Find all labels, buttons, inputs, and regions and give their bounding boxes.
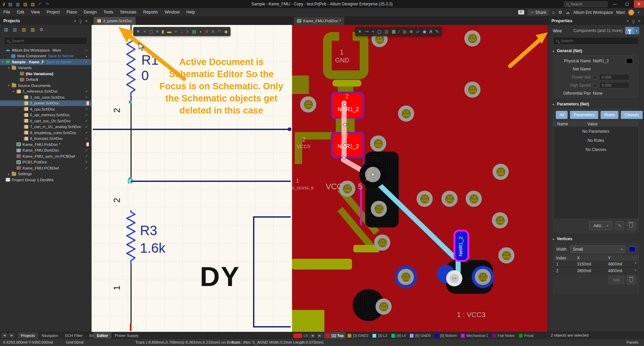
tree-row[interactable]: 9_licenses.SchDoc [0,136,91,142]
via[interactable]: 1-6 VCC5 [475,269,491,285]
tree-row[interactable]: Kame_FMU.PCBDwf [0,165,91,171]
open-icon[interactable]: ▨ [23,2,27,6]
tree-row[interactable]: New Component Save to Server [0,53,91,59]
add-parameter-button[interactable]: Add...▾ [589,221,613,230]
via[interactable]: 1-6 VCC5 [371,201,387,217]
schematic-canvas[interactable]: ▼+▢≡▮▬≈⊥⊦▤◖⊗A◠◆ R1 0 2 2 R3 1.6k 1 DY Ac… [92,25,292,332]
resistor-r3[interactable] [126,210,136,264]
tree-row[interactable]: ▾ Variants [0,65,91,71]
toolbar-icon[interactable]: ◉ [423,29,426,34]
menu-item[interactable]: Place [63,8,80,17]
r1-designator[interactable]: R1 [141,53,158,68]
close-button[interactable]: ✕ [634,0,644,8]
delete-icon-button[interactable] [627,221,636,230]
tree-row[interactable]: 7_can_rc_i2c_analog.SchDoc [0,124,91,130]
toolbar-icon[interactable]: ▮ [162,29,164,34]
toolbar-icon[interactable]: ✎ [435,29,439,34]
expand-arrow[interactable]: ▸ [8,172,12,176]
save-to-server-link[interactable]: Save to Server [46,60,72,64]
selected-track[interactable] [342,100,347,158]
section-parameters[interactable]: ▲ Parameters (Net) [552,102,644,106]
user-name[interactable]: Mani [616,10,625,15]
layer-tab[interactable]: [1] Top [324,332,346,339]
via[interactable]: 1-6 GND [300,96,316,113]
vertex-handle[interactable] [343,103,347,106]
r3-designator[interactable]: R3 [140,223,157,238]
tab-3-power-schdoc[interactable]: 3_power.SchDoc [94,17,136,25]
width-dropdown[interactable]: Small▾ [570,246,625,253]
toolbar-icon[interactable]: ▥ [13,27,17,32]
toolbar-icon[interactable]: ▥ [385,29,389,34]
panel-tab[interactable]: Projects [17,332,38,339]
tree-row[interactable]: Altium Ent Workspace Mani [0,47,91,53]
vertex-handle[interactable] [342,156,346,159]
expand-arrow[interactable]: ▾ [2,60,6,63]
menu-item[interactable]: Design [80,8,100,17]
pad-netr1-2-bottom[interactable]: NetR1_2 [454,230,469,262]
tree-row[interactable]: ▾ Source Documents [0,83,91,89]
layer-tab[interactable]: Privat [517,332,536,339]
chevron-down-icon[interactable]: ▾ [74,19,76,23]
via[interactable]: 1-6 GND [492,212,508,228]
tree-row[interactable]: 6_uart_esc_i2c.SchDoc [0,118,91,124]
tab-kame-fmu-pcbdoc[interactable]: Kame_FMU.PcbDoc * [294,17,344,25]
toolbar-icon[interactable]: ◎ [402,29,406,34]
share-button[interactable]: ↗ Share [528,9,549,15]
menu-item[interactable]: Edit [13,8,28,17]
wire[interactable] [131,264,132,323]
close-icon[interactable]: ✕ [85,19,88,23]
expand-arrow[interactable]: ▾ [8,66,12,69]
via[interactable]: 1-6 GND [493,164,509,180]
panel-tab[interactable]: SCH Filter [62,332,86,339]
via[interactable]: 1-6 GND [398,105,414,122]
undo-icon[interactable]: ↶ [38,2,42,6]
view-tab[interactable]: Editor [94,332,111,339]
high-speed-input[interactable] [599,82,630,88]
comment-icon[interactable] [518,10,524,14]
scope-link[interactable]: Components (and 11 more) [573,28,622,33]
chevron-down-icon[interactable]: ▾ [638,11,639,14]
properties-search[interactable] [553,37,639,44]
via[interactable]: 1-6 GND [498,247,514,263]
expand-arrow[interactable]: ▾ [13,90,16,93]
section-general[interactable]: ▲ General (Net) [552,49,644,53]
toolbar-icon[interactable]: ⊕ [409,29,413,34]
via[interactable]: 1-6 GND [441,191,458,207]
filter-tab-button[interactable]: Classes [621,111,643,119]
via[interactable]: 1-6 GND [375,298,392,315]
panel-tab[interactable]: Navigator [38,332,62,339]
selected-wire[interactable] [131,96,132,181]
vertex-handle[interactable] [343,143,347,147]
menu-item[interactable]: Project [43,8,63,17]
tree-row[interactable]: ▾ 1_reference.SchDoc [0,89,91,95]
sheet-symbol[interactable] [253,216,291,327]
filter-tab-button[interactable]: All [556,111,568,119]
vertex-handle[interactable] [371,173,374,176]
minimize-button[interactable]: — [610,0,620,8]
properties-search-input[interactable] [561,39,636,43]
width-color-swatch[interactable] [629,247,636,252]
toolbar-icon[interactable]: ◆ [224,29,228,34]
pin-icon[interactable] [632,20,635,22]
toolbar-icon[interactable]: ⚙ [39,27,43,32]
toolbar-icon[interactable]: A [212,29,215,34]
menu-item[interactable]: Help [183,8,199,17]
wire[interactable] [131,25,132,35]
via[interactable]: 1-6 GND [374,234,390,251]
tree-row[interactable]: 8_imudebug_conn.SchDoc [0,130,91,136]
toolbar-icon[interactable]: ▼ [136,29,140,34]
toolbar-icon[interactable]: + [143,29,146,34]
filter-tab-button[interactable]: Parameters [570,111,598,119]
power-net-checkbox[interactable] [593,75,597,80]
menu-item[interactable]: View [28,8,43,17]
resistor-r1[interactable] [126,35,136,97]
toolbar-icon[interactable]: ↪ [365,29,369,34]
menu-item[interactable]: Reports [140,8,162,17]
filter-tab-button[interactable]: Rules [601,111,618,119]
via[interactable]: 1-6 GND [370,135,386,152]
close-icon[interactable]: ✕ [638,19,641,23]
section-vertices[interactable]: ▲ Vertices [552,237,644,241]
toolbar-icon[interactable]: ⊥ [180,29,184,34]
filter-button[interactable] [625,27,634,34]
panels-button[interactable]: Panels [627,340,638,344]
